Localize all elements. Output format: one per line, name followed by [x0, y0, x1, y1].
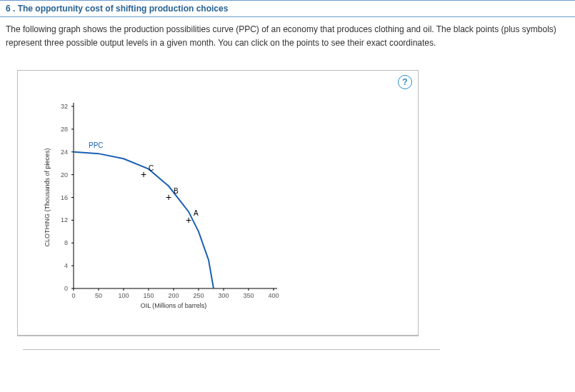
- question-title: The opportunity cost of shifting product…: [18, 4, 229, 14]
- svg-text:OIL (Millions of barrels): OIL (Millions of barrels): [141, 302, 207, 309]
- point-label-b: B: [174, 187, 179, 195]
- point-b[interactable]: +: [166, 192, 171, 203]
- question-number: 6 .: [6, 4, 15, 14]
- svg-text:150: 150: [143, 292, 154, 299]
- svg-text:400: 400: [268, 292, 279, 299]
- svg-text:0: 0: [71, 292, 75, 299]
- question-description: The following graph shows the production…: [0, 17, 575, 59]
- svg-text:12: 12: [61, 217, 68, 224]
- svg-text:28: 28: [61, 126, 68, 133]
- point-a[interactable]: +: [186, 214, 191, 226]
- svg-text:300: 300: [218, 292, 229, 299]
- svg-text:4: 4: [64, 263, 68, 270]
- svg-text:20: 20: [61, 171, 68, 179]
- graph-panel: ? 04812162024283205010015020025030035040…: [17, 70, 419, 336]
- ppc-chart[interactable]: 048121620242832050100150200250300350400O…: [39, 99, 311, 321]
- point-c[interactable]: +: [141, 169, 146, 181]
- svg-text:350: 350: [243, 292, 254, 299]
- svg-text:32: 32: [61, 103, 68, 110]
- svg-text:250: 250: [193, 292, 204, 299]
- svg-text:50: 50: [95, 292, 102, 299]
- svg-text:0: 0: [64, 285, 68, 292]
- svg-text:16: 16: [61, 194, 68, 201]
- svg-text:24: 24: [61, 149, 68, 156]
- svg-text:CLOTHING (Thousands of pieces): CLOTHING (Thousands of pieces): [44, 149, 51, 247]
- svg-text:8: 8: [64, 240, 68, 247]
- point-label-c: C: [149, 164, 154, 172]
- svg-text:200: 200: [168, 292, 179, 299]
- ppc-label: PPC: [89, 141, 104, 149]
- question-header: 6 . The opportunity cost of shifting pro…: [0, 0, 575, 17]
- help-button[interactable]: ?: [398, 75, 412, 89]
- panel-divider: [23, 349, 440, 350]
- svg-text:100: 100: [118, 292, 129, 299]
- point-label-a: A: [194, 210, 199, 218]
